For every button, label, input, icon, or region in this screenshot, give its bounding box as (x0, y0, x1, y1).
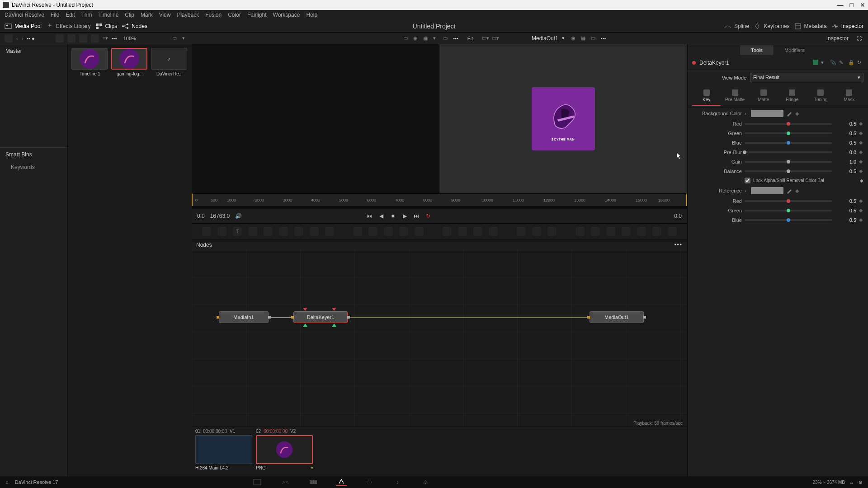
viewer-b-opt2[interactable]: ▭▾ (492, 35, 498, 42)
tool-mask[interactable] (294, 227, 303, 236)
clip-2[interactable]: 0200:00:00:00V2 PNG✦ (256, 429, 314, 470)
bg-green-keyframe[interactable]: ◆ (859, 130, 863, 136)
smart-bin-keywords[interactable]: Keywords (0, 161, 67, 173)
bg-color-expand[interactable]: › (745, 111, 746, 116)
tool-3d-render[interactable] (668, 227, 677, 236)
master-bin[interactable]: Master (0, 44, 67, 58)
tool-crop[interactable] (415, 227, 424, 236)
subtab-prematte[interactable]: Pre Matte (721, 87, 749, 106)
inspector-expand[interactable]: ⛶ (857, 36, 862, 41)
tool-3d-image[interactable] (576, 227, 585, 236)
viewer-a-opt5[interactable]: ▭ (443, 35, 449, 42)
maximize-button[interactable]: □ (850, 1, 854, 9)
bin-item-audio[interactable]: ♪ DaVinci Re... (151, 48, 188, 76)
bg-blue-value[interactable]: 0.5 (835, 140, 856, 145)
step-back-button[interactable]: ◀ (377, 212, 385, 220)
viewer-a-opt2[interactable]: ◉ (413, 35, 420, 42)
nodes-options[interactable]: ••• (674, 242, 683, 248)
inspector-tab-tools[interactable]: Tools (740, 45, 774, 55)
page-fusion[interactable] (336, 478, 347, 486)
gain-slider[interactable] (745, 161, 832, 163)
sort-button[interactable]: ≡▾ (103, 35, 108, 41)
tool-3d-text[interactable] (606, 227, 615, 236)
tool-3d-camera[interactable] (622, 227, 631, 236)
bg-color-swatch[interactable] (751, 110, 783, 117)
tool-transform[interactable] (368, 227, 377, 236)
bg-color-keyframe[interactable]: ◆ (795, 111, 800, 117)
wire-2[interactable] (348, 317, 590, 318)
ref-red-value[interactable]: 0.5 (835, 198, 856, 204)
menu-fairlight[interactable]: Fairlight (247, 12, 267, 18)
opts-dots[interactable]: •• ● (27, 36, 34, 41)
lock-alpha-keyframe[interactable]: ◆ (860, 178, 863, 183)
viewer-opt-2[interactable]: ▾ (182, 35, 189, 42)
clips-toggle[interactable]: Clips (95, 23, 118, 30)
menu-color[interactable]: Color (228, 12, 241, 18)
ref-green-slider[interactable] (745, 210, 832, 211)
metadata-toggle[interactable]: Metadata (794, 23, 827, 30)
menu-edit[interactable]: Edit (66, 12, 75, 18)
bg-green-slider[interactable] (745, 132, 832, 134)
audio-icon[interactable]: 🔊 (235, 213, 242, 219)
project-manager-icon[interactable]: ⌂ (850, 480, 853, 485)
view-detail[interactable] (79, 34, 87, 42)
tool-prender[interactable] (532, 227, 541, 236)
home-icon[interactable]: ⌂ (5, 479, 9, 485)
bg-blue-keyframe[interactable]: ◆ (859, 140, 863, 145)
close-button[interactable]: ✕ (860, 1, 865, 9)
subtab-mask[interactable]: Mask (835, 87, 863, 106)
search-button[interactable] (91, 34, 99, 42)
tool-resize[interactable] (399, 227, 408, 236)
preblur-slider[interactable] (745, 151, 832, 153)
menu-timeline[interactable]: Timeline (98, 12, 118, 18)
pin-icon[interactable]: 📎 (830, 60, 836, 66)
ref-blue-keyframe[interactable]: ◆ (859, 217, 863, 223)
lock-alpha-checkbox[interactable] (745, 178, 750, 183)
ref-green-value[interactable]: 0.5 (835, 208, 856, 213)
balance-keyframe[interactable]: ◆ (859, 168, 863, 174)
lock-icon[interactable]: 🔒 (848, 60, 854, 66)
node-marker-fx2[interactable] (332, 324, 336, 327)
node-marker-fx1[interactable] (303, 324, 307, 327)
spline-toggle[interactable]: Spline (724, 23, 749, 30)
node-mediaout1[interactable]: MediaOut1 (590, 311, 644, 323)
bg-red-value[interactable]: 0.5 (835, 121, 856, 127)
page-cut[interactable] (280, 478, 291, 486)
page-media[interactable] (252, 478, 263, 486)
viewer-c-opt1[interactable]: ◉ (571, 35, 577, 42)
defaults-icon[interactable]: ✎ (839, 60, 845, 66)
preblur-value[interactable]: 0.0 (835, 150, 856, 155)
bg-color-picker-icon[interactable] (786, 110, 793, 117)
bg-red-slider[interactable] (745, 123, 832, 125)
first-frame-button[interactable]: ⏮ (366, 212, 373, 220)
viewer-b-opt1[interactable]: ▭▾ (482, 35, 488, 42)
ref-blue-slider[interactable] (745, 219, 832, 221)
viewer-name-dd[interactable]: ▾ (562, 35, 565, 41)
subtab-tuning[interactable]: Tuning (807, 87, 835, 106)
tool-background[interactable] (202, 227, 211, 236)
versions-dd[interactable]: ▾ (821, 60, 827, 66)
page-deliver[interactable] (420, 478, 431, 486)
viewer-left[interactable] (192, 44, 439, 193)
page-edit[interactable] (308, 478, 319, 486)
viewer-right[interactable]: SCYTHE MAN (439, 44, 687, 193)
node-marker-view2[interactable] (332, 308, 336, 311)
fit-level[interactable]: Fit (467, 36, 473, 41)
viewer-c-opt2[interactable]: ▦ (581, 35, 587, 42)
tool-tracker[interactable] (264, 227, 273, 236)
bg-blue-slider[interactable] (745, 142, 832, 144)
tool-mattecontrol[interactable] (384, 227, 393, 236)
bin-item-timeline[interactable]: Timeline 1 (71, 48, 108, 76)
view-grid[interactable] (67, 34, 75, 42)
nodes-toggle[interactable]: Nodes (122, 23, 147, 30)
viewer-a-opt1[interactable]: ▭ (403, 35, 410, 42)
viewer-c-more[interactable]: ••• (601, 36, 606, 41)
stop-button[interactable]: ■ (389, 212, 396, 220)
node-enable-dot[interactable] (692, 61, 696, 65)
tool-particles[interactable] (517, 227, 526, 236)
tool-rectangle[interactable] (443, 227, 452, 236)
clip-1[interactable]: 0100:00:00:00V1 H.264 Main L4.2 (195, 429, 253, 470)
tool-pemitter[interactable] (547, 227, 557, 236)
gain-keyframe[interactable]: ◆ (859, 159, 863, 164)
menu-mark[interactable]: Mark (141, 12, 153, 18)
